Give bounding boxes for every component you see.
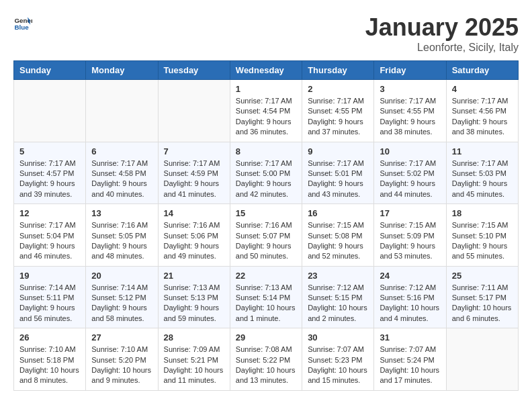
day-cell: 30Sunrise: 7:07 AM Sunset: 5:23 PM Dayli… — [302, 328, 374, 391]
day-number: 22 — [236, 271, 296, 281]
week-row-2: 5Sunrise: 7:17 AM Sunset: 4:57 PM Daylig… — [14, 142, 519, 204]
day-number: 9 — [308, 146, 368, 156]
logo-icon: General Blue — [13, 13, 32, 32]
day-cell: 16Sunrise: 7:15 AM Sunset: 5:08 PM Dayli… — [302, 204, 374, 267]
day-number: 28 — [164, 332, 224, 342]
day-info: Sunrise: 7:14 AM Sunset: 5:11 PM Dayligh… — [19, 283, 80, 324]
day-cell: 19Sunrise: 7:14 AM Sunset: 5:11 PM Dayli… — [14, 266, 86, 328]
day-info: Sunrise: 7:17 AM Sunset: 4:58 PM Dayligh… — [91, 158, 152, 200]
day-info: Sunrise: 7:17 AM Sunset: 5:02 PM Dayligh… — [380, 158, 440, 200]
day-info: Sunrise: 7:10 AM Sunset: 5:20 PM Dayligh… — [91, 345, 152, 386]
day-cell: 15Sunrise: 7:16 AM Sunset: 5:07 PM Dayli… — [230, 204, 302, 267]
weekday-header-thursday: Thursday — [302, 61, 374, 80]
day-info: Sunrise: 7:17 AM Sunset: 4:59 PM Dayligh… — [164, 158, 224, 200]
day-info: Sunrise: 7:17 AM Sunset: 5:01 PM Dayligh… — [308, 158, 368, 200]
location-title: Leonforte, Sicily, Italy — [365, 42, 519, 54]
day-cell: 9Sunrise: 7:17 AM Sunset: 5:01 PM Daylig… — [302, 142, 374, 204]
day-cell — [86, 80, 158, 142]
month-title: January 2025 — [365, 13, 519, 42]
day-cell: 17Sunrise: 7:15 AM Sunset: 5:09 PM Dayli… — [374, 204, 446, 267]
day-info: Sunrise: 7:11 AM Sunset: 5:17 PM Dayligh… — [452, 283, 513, 324]
day-cell: 14Sunrise: 7:16 AM Sunset: 5:06 PM Dayli… — [158, 204, 230, 267]
day-number: 5 — [19, 146, 80, 156]
week-row-1: 1Sunrise: 7:17 AM Sunset: 4:54 PM Daylig… — [14, 80, 519, 142]
weekday-header-row: SundayMondayTuesdayWednesdayThursdayFrid… — [14, 61, 519, 80]
weekday-header-sunday: Sunday — [14, 61, 86, 80]
day-cell: 28Sunrise: 7:09 AM Sunset: 5:21 PM Dayli… — [158, 328, 230, 391]
day-number: 3 — [380, 84, 440, 94]
day-cell: 12Sunrise: 7:17 AM Sunset: 5:04 PM Dayli… — [14, 204, 86, 267]
day-info: Sunrise: 7:17 AM Sunset: 4:57 PM Dayligh… — [19, 158, 80, 200]
day-cell: 1Sunrise: 7:17 AM Sunset: 4:54 PM Daylig… — [230, 80, 302, 142]
day-cell — [14, 80, 86, 142]
day-info: Sunrise: 7:17 AM Sunset: 4:55 PM Dayligh… — [308, 96, 368, 138]
day-number: 8 — [236, 146, 296, 156]
day-cell: 20Sunrise: 7:14 AM Sunset: 5:12 PM Dayli… — [86, 266, 158, 328]
day-info: Sunrise: 7:17 AM Sunset: 5:03 PM Dayligh… — [452, 158, 513, 200]
day-number: 4 — [452, 84, 513, 94]
weekday-header-tuesday: Tuesday — [158, 61, 230, 80]
day-cell: 8Sunrise: 7:17 AM Sunset: 5:00 PM Daylig… — [230, 142, 302, 204]
day-info: Sunrise: 7:09 AM Sunset: 5:21 PM Dayligh… — [164, 345, 224, 386]
day-number: 16 — [308, 208, 368, 218]
day-info: Sunrise: 7:15 AM Sunset: 5:09 PM Dayligh… — [380, 220, 440, 262]
day-cell: 10Sunrise: 7:17 AM Sunset: 5:02 PM Dayli… — [374, 142, 446, 204]
header: General Blue January 2025 Leonforte, Sic… — [13, 13, 519, 54]
day-info: Sunrise: 7:13 AM Sunset: 5:13 PM Dayligh… — [164, 283, 224, 324]
day-number: 18 — [452, 208, 513, 218]
day-cell — [446, 328, 518, 391]
day-info: Sunrise: 7:16 AM Sunset: 5:06 PM Dayligh… — [164, 220, 224, 262]
day-cell: 25Sunrise: 7:11 AM Sunset: 5:17 PM Dayli… — [446, 266, 518, 328]
svg-text:Blue: Blue — [14, 24, 29, 31]
day-number: 27 — [91, 332, 152, 342]
day-info: Sunrise: 7:07 AM Sunset: 5:23 PM Dayligh… — [308, 345, 368, 386]
day-info: Sunrise: 7:12 AM Sunset: 5:16 PM Dayligh… — [380, 283, 440, 324]
day-info: Sunrise: 7:13 AM Sunset: 5:14 PM Dayligh… — [236, 283, 296, 324]
week-row-3: 12Sunrise: 7:17 AM Sunset: 5:04 PM Dayli… — [14, 204, 519, 267]
day-number: 13 — [91, 208, 152, 218]
day-cell: 11Sunrise: 7:17 AM Sunset: 5:03 PM Dayli… — [446, 142, 518, 204]
day-info: Sunrise: 7:16 AM Sunset: 5:07 PM Dayligh… — [236, 220, 296, 262]
day-number: 24 — [380, 271, 440, 281]
title-area: January 2025 Leonforte, Sicily, Italy — [365, 13, 519, 54]
day-cell: 22Sunrise: 7:13 AM Sunset: 5:14 PM Dayli… — [230, 266, 302, 328]
weekday-header-friday: Friday — [374, 61, 446, 80]
day-cell: 26Sunrise: 7:10 AM Sunset: 5:18 PM Dayli… — [14, 328, 86, 391]
day-info: Sunrise: 7:07 AM Sunset: 5:24 PM Dayligh… — [380, 345, 440, 386]
week-row-4: 19Sunrise: 7:14 AM Sunset: 5:11 PM Dayli… — [14, 266, 519, 328]
week-row-5: 26Sunrise: 7:10 AM Sunset: 5:18 PM Dayli… — [14, 328, 519, 391]
day-cell — [158, 80, 230, 142]
day-cell: 5Sunrise: 7:17 AM Sunset: 4:57 PM Daylig… — [14, 142, 86, 204]
day-info: Sunrise: 7:08 AM Sunset: 5:22 PM Dayligh… — [236, 345, 296, 386]
weekday-header-monday: Monday — [86, 61, 158, 80]
day-number: 25 — [452, 271, 513, 281]
logo: General Blue — [13, 13, 32, 32]
day-number: 1 — [236, 84, 296, 94]
day-info: Sunrise: 7:17 AM Sunset: 4:55 PM Dayligh… — [380, 96, 440, 138]
day-number: 14 — [164, 208, 224, 218]
weekday-header-wednesday: Wednesday — [230, 61, 302, 80]
day-number: 2 — [308, 84, 368, 94]
day-info: Sunrise: 7:10 AM Sunset: 5:18 PM Dayligh… — [19, 345, 80, 386]
day-cell: 18Sunrise: 7:15 AM Sunset: 5:10 PM Dayli… — [446, 204, 518, 267]
day-cell: 21Sunrise: 7:13 AM Sunset: 5:13 PM Dayli… — [158, 266, 230, 328]
day-cell: 13Sunrise: 7:16 AM Sunset: 5:05 PM Dayli… — [86, 204, 158, 267]
day-info: Sunrise: 7:14 AM Sunset: 5:12 PM Dayligh… — [91, 283, 152, 324]
day-number: 11 — [452, 146, 513, 156]
day-number: 29 — [236, 332, 296, 342]
day-number: 17 — [380, 208, 440, 218]
day-number: 26 — [19, 332, 80, 342]
day-cell: 7Sunrise: 7:17 AM Sunset: 4:59 PM Daylig… — [158, 142, 230, 204]
day-info: Sunrise: 7:17 AM Sunset: 4:54 PM Dayligh… — [236, 96, 296, 138]
day-info: Sunrise: 7:15 AM Sunset: 5:10 PM Dayligh… — [452, 220, 513, 262]
day-cell: 2Sunrise: 7:17 AM Sunset: 4:55 PM Daylig… — [302, 80, 374, 142]
day-info: Sunrise: 7:16 AM Sunset: 5:05 PM Dayligh… — [91, 220, 152, 262]
day-cell: 31Sunrise: 7:07 AM Sunset: 5:24 PM Dayli… — [374, 328, 446, 391]
day-number: 15 — [236, 208, 296, 218]
day-number: 6 — [91, 146, 152, 156]
day-number: 20 — [91, 271, 152, 281]
day-number: 21 — [164, 271, 224, 281]
day-cell: 6Sunrise: 7:17 AM Sunset: 4:58 PM Daylig… — [86, 142, 158, 204]
day-number: 19 — [19, 271, 80, 281]
day-number: 30 — [308, 332, 368, 342]
